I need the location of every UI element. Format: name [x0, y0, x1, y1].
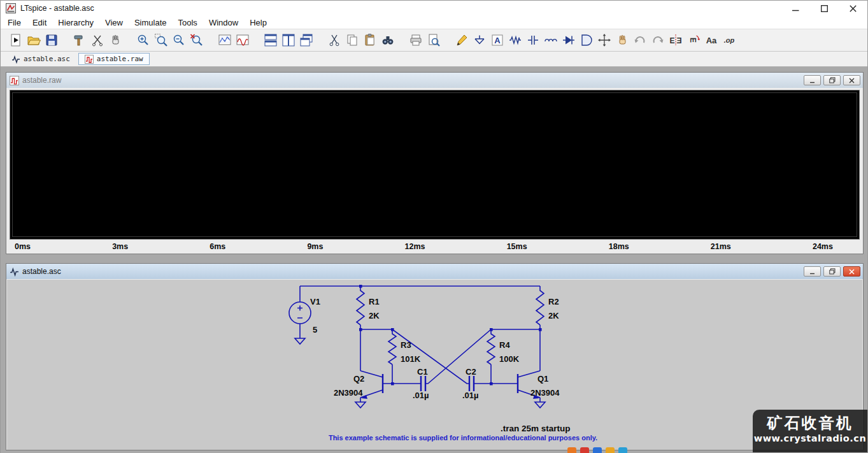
wire-icon[interactable]	[453, 32, 471, 49]
menu-file[interactable]: File	[2, 17, 27, 29]
svg-text:V1: V1	[310, 297, 320, 306]
restore-button[interactable]	[823, 266, 841, 277]
minimize-icon	[809, 78, 815, 83]
resistor-r1[interactable]	[357, 286, 364, 325]
menu-window[interactable]: Window	[203, 17, 244, 29]
tile-horizontal-icon[interactable]	[280, 32, 297, 49]
restore-icon	[829, 77, 836, 83]
rotate-icon[interactable]: E	[685, 32, 702, 49]
move-icon[interactable]	[595, 32, 613, 49]
tab-astable-raw[interactable]: astable.raw	[78, 53, 150, 65]
print-preview-icon[interactable]	[425, 32, 443, 49]
spice-directive-icon[interactable]: .op	[720, 32, 738, 49]
halt-icon[interactable]	[89, 32, 106, 49]
svg-text:2K: 2K	[548, 311, 559, 320]
tabbar: astable.asc astable.raw	[1, 52, 867, 67]
axis-tick-label: 24ms	[813, 242, 833, 251]
waveform-window-titlebar[interactable]: astable.raw	[6, 73, 863, 88]
maximize-button[interactable]	[810, 1, 839, 16]
resistor-r3[interactable]	[388, 329, 396, 364]
zoom-area-icon[interactable]	[152, 32, 170, 49]
capacitor-c1[interactable]	[421, 376, 425, 391]
waveform-window: astable.raw 0ms 3ms 6ms 9ms 12ms 15ms 18…	[6, 72, 864, 254]
schematic-canvas[interactable]: V1 5 R1 2K R2 2K R3 101K R4 100K C1 .01µ…	[7, 280, 862, 450]
close-button[interactable]	[843, 266, 860, 277]
pan-icon[interactable]	[106, 32, 124, 49]
zoom-in-icon[interactable]	[134, 32, 152, 49]
cascade-icon[interactable]	[297, 32, 315, 49]
window-title: LTspice - astable.asc	[20, 4, 94, 13]
mirror-icon[interactable]: EE	[667, 32, 685, 49]
close-button[interactable]	[843, 75, 860, 85]
menu-hierarchy[interactable]: Hierarchy	[52, 17, 99, 29]
menu-simulate[interactable]: Simulate	[129, 17, 173, 29]
schematic-file-icon	[11, 55, 20, 64]
resistor-r2[interactable]	[536, 286, 544, 325]
inductor-icon[interactable]	[542, 32, 560, 49]
plot-settings-icon[interactable]	[234, 32, 252, 49]
mdi-area: astable.raw 0ms 3ms 6ms 9ms 12ms 15ms 18…	[1, 67, 867, 453]
tab-astable-asc[interactable]: astable.asc	[6, 53, 76, 65]
label-icon-glyph: A	[494, 36, 501, 45]
run-icon[interactable]	[7, 32, 25, 49]
axis-tick-label: 9ms	[307, 242, 323, 251]
axis-tick-label: 18ms	[609, 242, 629, 251]
svg-text:101K: 101K	[401, 354, 421, 364]
ground-symbol	[535, 402, 545, 408]
menu-edit[interactable]: Edit	[27, 17, 52, 29]
tile-vertical-icon[interactable]	[262, 32, 280, 49]
watermark: 矿石收音机 www.crystalradio.cn	[753, 410, 867, 452]
minimize-button[interactable]	[804, 75, 821, 85]
axis-tick-label: 6ms	[210, 242, 225, 251]
spice-directive-icon-glyph: .op	[724, 36, 735, 44]
menu-help[interactable]: Help	[244, 17, 273, 29]
maximize-icon	[821, 5, 828, 12]
toolbar: A EE E Aa .op	[1, 29, 867, 52]
find-icon[interactable]	[379, 32, 397, 49]
menu-view[interactable]: View	[99, 17, 129, 29]
restore-button[interactable]	[823, 75, 841, 85]
label-icon[interactable]: A	[488, 32, 506, 49]
schematic-window-titlebar[interactable]: astable.asc	[6, 264, 863, 279]
axis-tick-label: 15ms	[507, 242, 527, 251]
rotate-icon-glyph: E	[688, 38, 697, 43]
redo-icon[interactable]	[649, 32, 667, 49]
waveform-plot-area[interactable]	[10, 90, 860, 240]
minimize-icon	[792, 5, 799, 12]
partial-logo	[567, 447, 669, 453]
drag-icon[interactable]	[613, 32, 631, 49]
autorange-icon[interactable]	[216, 32, 234, 49]
spice-directive-text: .tran 25m startup	[501, 424, 571, 433]
open-icon[interactable]	[25, 32, 43, 49]
cut-icon[interactable]	[325, 32, 343, 49]
save-icon[interactable]	[43, 32, 60, 49]
copy-icon[interactable]	[343, 32, 361, 49]
zoom-out-icon[interactable]	[170, 32, 188, 49]
minimize-button[interactable]	[804, 266, 821, 277]
svg-text:R2: R2	[548, 297, 559, 306]
diode-icon[interactable]	[560, 32, 578, 49]
resistor-icon[interactable]	[506, 32, 524, 49]
ground-icon[interactable]	[471, 32, 488, 49]
close-button[interactable]	[839, 1, 867, 16]
zoom-fit-icon[interactable]	[188, 32, 206, 49]
menu-tools[interactable]: Tools	[173, 17, 203, 29]
junction-dots	[359, 285, 542, 385]
resistor-r4[interactable]	[487, 329, 495, 364]
text-icon[interactable]: Aa	[702, 32, 720, 49]
component-icon[interactable]	[578, 32, 595, 49]
text-icon-glyph: Aa	[706, 36, 717, 45]
capacitor-icon[interactable]	[524, 32, 542, 49]
capacitor-c2[interactable]	[469, 376, 474, 391]
ltspice-window: LTspice - astable.asc File Edit Hierarch…	[0, 0, 868, 453]
print-icon[interactable]	[407, 32, 425, 49]
control-panel-icon[interactable]	[71, 32, 89, 49]
svg-text:.01µ: .01µ	[462, 391, 479, 400]
titlebar[interactable]: LTspice - astable.asc	[1, 1, 867, 16]
mirror-icon-glyph: E	[669, 36, 674, 45]
paste-icon[interactable]	[361, 32, 379, 49]
svg-text:R3: R3	[401, 340, 411, 350]
undo-icon[interactable]	[631, 32, 649, 49]
example-note-text: This example schematic is supplied for i…	[329, 434, 597, 442]
minimize-button[interactable]	[781, 1, 810, 16]
